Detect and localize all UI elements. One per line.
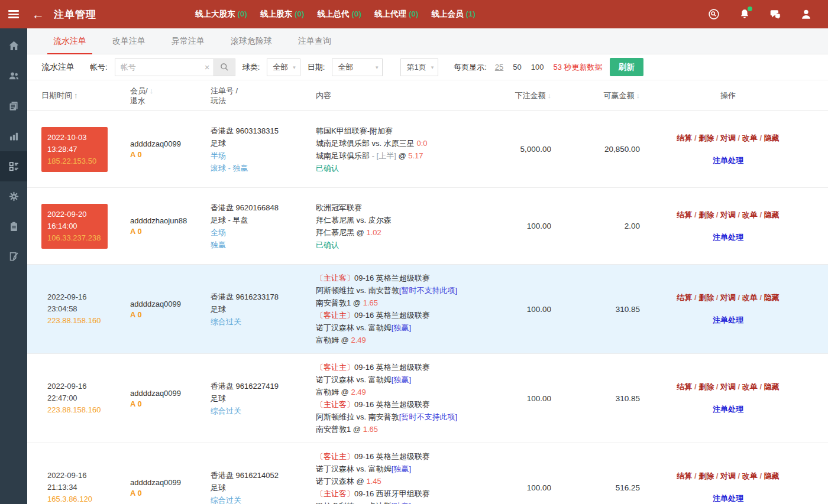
bet-info-cell: 香港盘 9616227419足球综合过关 (211, 380, 316, 417)
hide-action[interactable]: 隐藏 (764, 210, 780, 219)
nav-online-shareholder[interactable]: 线上股东(0) (260, 9, 305, 19)
settle-action[interactable]: 结算 (677, 134, 692, 142)
per-page-25[interactable]: 25 (495, 63, 503, 71)
bell-icon[interactable] (738, 8, 751, 21)
col-header-datetime[interactable]: 日期时间↑ (41, 90, 130, 101)
per-page-100[interactable]: 100 (531, 63, 544, 71)
nav-online-general-agent[interactable]: 线上总代(0) (318, 9, 362, 19)
col-header-member[interactable]: 会员/↓退水 (130, 86, 211, 106)
delete-action[interactable]: 删除 (698, 293, 714, 302)
action-links: 结算 / 删除 / 对调 / 改单 / 隐藏 (642, 292, 814, 303)
play-type-link[interactable]: 综合过关 (211, 405, 316, 417)
settle-action[interactable]: 结算 (677, 210, 692, 219)
action-separator: / (714, 382, 720, 391)
content-line: 阿斯顿维拉 vs. 南安普敦[暂时不支持此项] (316, 411, 464, 423)
swap-action[interactable]: 对调 (720, 134, 736, 142)
refresh-button[interactable]: 刷新 (610, 58, 643, 76)
swap-action[interactable]: 对调 (720, 210, 736, 219)
user-icon[interactable] (800, 8, 813, 21)
nav-online-member[interactable]: 线上会员(1) (432, 9, 476, 19)
play-type-link[interactable]: 半场 (211, 149, 316, 162)
hide-action[interactable]: 隐藏 (764, 134, 780, 142)
sidebar-bar-chart-icon[interactable] (0, 121, 27, 151)
modify-action[interactable]: 改单 (742, 210, 758, 219)
back-arrow-icon[interactable]: ← (32, 8, 44, 21)
delete-action[interactable]: 删除 (698, 134, 714, 142)
search-button[interactable] (214, 58, 235, 76)
action-separator: / (758, 382, 764, 391)
hide-action[interactable]: 隐藏 (764, 293, 780, 302)
play-type-link[interactable]: 全场 (211, 226, 316, 239)
sidebar-clipboard-icon[interactable] (0, 212, 27, 242)
tab-abnormal-orders[interactable]: 异常注单 (159, 28, 218, 54)
play-type-link[interactable]: 综合过关 (211, 494, 316, 504)
swap-action[interactable]: 对调 (720, 293, 736, 302)
play-type-link[interactable]: 综合过关 (211, 316, 316, 328)
sidebar-gear-icon[interactable] (0, 181, 27, 212)
content-line: 〔主让客〕09-16 英格兰超级联赛 (316, 272, 464, 284)
content-line: 城南足球俱乐部 - [上半] @ 5.17 (316, 149, 464, 162)
sidebar-note-edit-icon[interactable] (0, 242, 27, 272)
process-order-link[interactable]: 注单处理 (713, 155, 743, 166)
process-order-link[interactable]: 注单处理 (713, 315, 743, 326)
page-select[interactable]: 第1页▾ (400, 58, 438, 76)
process-order-link[interactable]: 注单处理 (713, 493, 743, 504)
per-page-label: 每页显示: (454, 62, 487, 73)
action-separator: / (692, 293, 698, 302)
order-date: 2022-09-16 (47, 470, 102, 482)
content-line: 诺丁汉森林 vs. 富勒姆[独赢] (316, 321, 464, 334)
col-header-possible-win[interactable]: 可赢金额↓ (554, 90, 642, 101)
sidebar-users-icon[interactable] (0, 61, 27, 91)
sort-down-icon: ↓ (150, 86, 154, 95)
date-select[interactable]: 全部▾ (332, 58, 383, 76)
sidebar-documents-icon[interactable] (0, 91, 27, 121)
sort-down-icon: ↓ (636, 91, 641, 100)
filter-bar: 流水注单 帐号: × 球类: 全部▾ 日期: 全部▾ 第1页▾ 每页显示: (27, 54, 828, 80)
hide-action[interactable]: 隐藏 (764, 382, 780, 391)
settle-action[interactable]: 结算 (677, 472, 692, 480)
sidebar-order-list-icon[interactable] (0, 151, 27, 181)
hide-action[interactable]: 隐藏 (764, 472, 780, 480)
action-separator: / (692, 472, 698, 480)
nav-online-major-shareholder[interactable]: 线上大股东(0) (195, 9, 247, 19)
order-row: 2022-09-16 22:47:00 223.88.158.160 adddd… (27, 354, 828, 443)
settle-action[interactable]: 结算 (677, 293, 692, 302)
bet-info-line: 足球 (211, 303, 316, 316)
sidebar-home-icon[interactable] (0, 31, 27, 61)
modify-action[interactable]: 改单 (742, 382, 758, 391)
delete-action[interactable]: 删除 (698, 382, 714, 391)
search-icon[interactable] (707, 8, 720, 21)
play-type-link[interactable]: 独赢 (211, 239, 316, 251)
bet-info-line: 足球 - 早盘 (211, 214, 316, 226)
tab-flowing-orders[interactable]: 流水注单 (40, 28, 99, 54)
swap-action[interactable]: 对调 (720, 382, 736, 391)
swap-action[interactable]: 对调 (720, 472, 736, 480)
modify-action[interactable]: 改单 (742, 134, 758, 142)
bet-info-cell: 香港盘 9620166848足球 - 早盘全场独赢 (211, 201, 316, 251)
account-input[interactable] (115, 58, 214, 76)
process-order-link[interactable]: 注单处理 (713, 404, 743, 415)
hamburger-menu-icon[interactable] (0, 8, 27, 20)
tab-modified-orders[interactable]: 改单注单 (99, 28, 159, 54)
delete-action[interactable]: 删除 (698, 472, 714, 480)
table-header-row: 日期时间↑ 会员/↓退水 注单号 /玩法 内容 下注金额↓ 可赢金额↓ 操作 (27, 80, 828, 111)
content-line: 富勒姆 @ 2.49 (316, 334, 464, 346)
chat-icon[interactable] (769, 8, 782, 21)
nav-online-agent[interactable]: 线上代理(0) (374, 9, 419, 19)
tab-rolling-danger-ball[interactable]: 滚球危险球 (218, 28, 285, 54)
delete-action[interactable]: 删除 (698, 210, 714, 219)
modify-action[interactable]: 改单 (742, 472, 758, 480)
actions-cell: 结算 / 删除 / 对调 / 改单 / 隐藏 注单处理 (642, 382, 814, 415)
tab-order-query[interactable]: 注单查询 (285, 28, 344, 54)
process-order-link[interactable]: 注单处理 (713, 232, 743, 243)
play-type-link[interactable]: 滚球 - 独赢 (211, 162, 316, 174)
settle-action[interactable]: 结算 (677, 382, 692, 391)
action-separator: / (692, 210, 698, 219)
modify-action[interactable]: 改单 (742, 293, 758, 302)
content-line: 诺丁汉森林 @ 1.45 (316, 475, 464, 487)
clear-input-icon[interactable]: × (205, 62, 210, 73)
per-page-50[interactable]: 50 (513, 63, 521, 71)
ball-type-select[interactable]: 全部▾ (267, 58, 300, 76)
order-ip: 223.88.158.160 (47, 404, 102, 416)
col-header-stake[interactable]: 下注金额↓ (464, 90, 554, 101)
